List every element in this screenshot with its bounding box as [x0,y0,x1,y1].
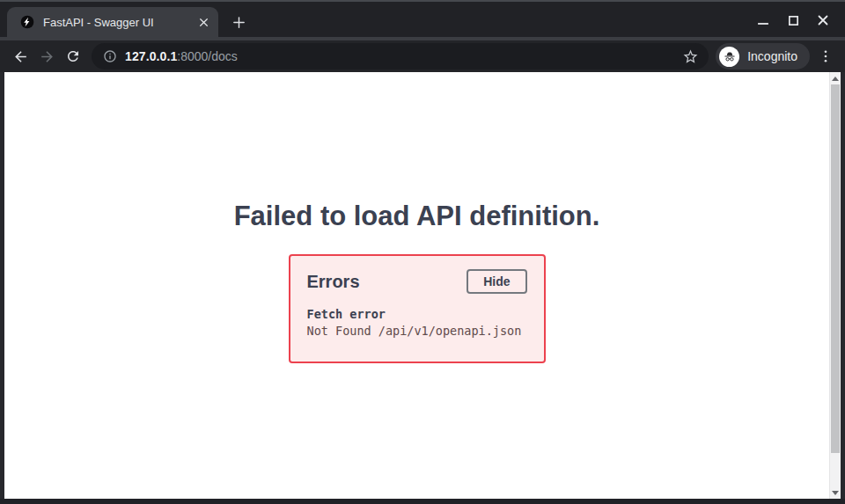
tab-title: FastAPI - Swagger UI [43,16,195,29]
site-info-icon[interactable] [103,49,117,63]
triangle-up-icon [832,77,839,81]
address-bar[interactable]: 127.0.0.1:8000/docs [92,43,709,69]
back-button[interactable] [7,43,33,69]
incognito-label: Incognito [747,49,797,63]
url-path: :8000/docs [177,49,238,63]
triangle-down-icon [832,491,839,495]
window-controls [748,2,838,39]
new-tab-button[interactable] [226,10,251,34]
bookmark-star-icon[interactable] [679,45,702,68]
hide-errors-button[interactable]: Hide [467,269,526,294]
scroll-up-button[interactable] [830,72,841,84]
window-minimize-button[interactable] [748,2,778,39]
tab-close-icon[interactable] [195,14,211,30]
tab-strip: FastAPI - Swagger UI [0,0,845,37]
errors-heading: Errors [307,272,360,292]
fastapi-favicon-icon [20,15,34,29]
page-title: Failed to load API definition. [4,201,829,232]
swagger-ui-page: Failed to load API definition. Errors Hi… [4,72,829,499]
menu-button[interactable] [813,43,838,69]
window-border-right [841,72,845,499]
browser-window: FastAPI - Swagger UI [0,0,845,504]
error-title: Fetch error [307,307,527,321]
scrollbar-thumb[interactable] [831,84,840,453]
error-item: Fetch error Not Found /api/v1/openapi.js… [307,307,527,338]
forward-button[interactable] [33,43,60,69]
scroll-down-button[interactable] [830,486,841,499]
browser-toolbar: 127.0.0.1:8000/docs Incognito [0,40,845,72]
incognito-badge: Incognito [716,43,810,69]
errors-panel: Errors Hide Fetch error Not Found /api/v… [289,254,546,363]
error-message: Not Found /api/v1/openapi.json [307,324,527,338]
window-maximize-button[interactable] [778,2,808,39]
incognito-icon [719,47,739,67]
browser-tab[interactable]: FastAPI - Swagger UI [7,7,218,37]
window-close-button[interactable] [808,2,838,39]
url-host: 127.0.0.1 [125,49,177,63]
window-border-bottom [0,499,845,504]
scrollbar[interactable] [829,72,841,499]
reload-button[interactable] [60,43,86,69]
